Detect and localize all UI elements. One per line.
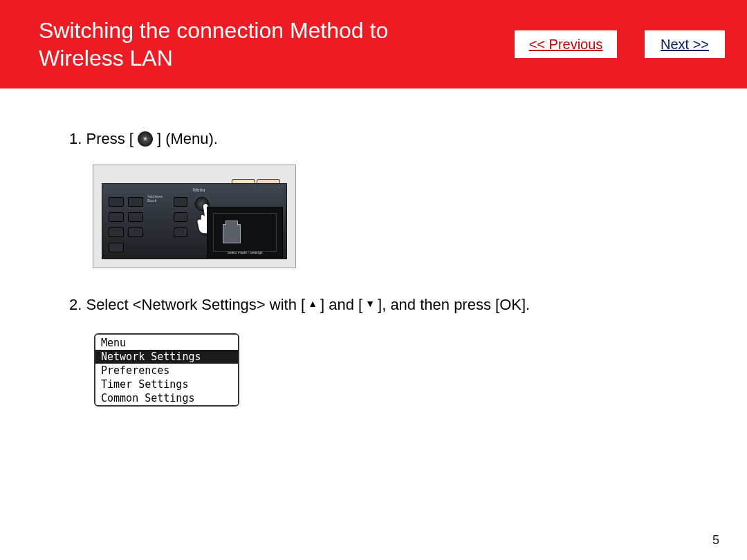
page-number: 5: [712, 533, 719, 548]
content-area: 1. Press [ ] (Menu). COPY FAX AddressBoo…: [0, 88, 747, 407]
panel-small-button: [174, 227, 187, 237]
down-arrow-icon: ▼: [365, 298, 375, 309]
panel-small-button: [128, 227, 143, 237]
panel-small-button: [174, 197, 187, 207]
previous-button[interactable]: << Previous: [515, 30, 617, 58]
lcd-menu-item: Preferences: [95, 364, 238, 377]
button-matrix-col-b: [128, 197, 143, 237]
step2-part-c: ], and then press [OK].: [378, 296, 530, 314]
control-panel-illustration: COPY FAX AddressBook Menu: [93, 165, 296, 268]
panel-side-buttons: [174, 197, 187, 237]
page-title: Switching the connection Method to Wirel…: [39, 17, 426, 72]
up-arrow-icon: ▲: [308, 298, 317, 309]
step1-prefix: 1. Press [: [69, 130, 133, 148]
panel-small-button: [109, 212, 124, 222]
panel-small-button: [109, 243, 124, 252]
step1-suffix: ] (Menu).: [157, 130, 218, 148]
step-2-text: 2. Select <Network Settings> with [ ▲ ] …: [69, 296, 678, 314]
header-bar: Switching the connection Method to Wirel…: [0, 0, 747, 88]
lcd-menu-item: Network Settings: [95, 350, 238, 364]
printer-icon: [223, 224, 241, 243]
lcd-menu-illustration: Menu Network Settings Preferences Timer …: [94, 333, 239, 407]
step-1-text: 1. Press [ ] (Menu).: [69, 130, 678, 148]
button-matrix-col-a: [109, 197, 124, 252]
panel-small-button: [128, 212, 143, 222]
step2-part-a: 2. Select <Network Settings> with [: [69, 296, 305, 314]
menu-button-icon: [138, 131, 153, 147]
next-button[interactable]: Next >>: [645, 30, 725, 58]
step2-part-b: ] and [: [320, 296, 362, 314]
panel-menu-label: Menu: [193, 187, 205, 192]
lcd-menu-item: Common Settings: [95, 391, 238, 405]
panel-small-button: [128, 197, 143, 207]
lcd-menu-item: Timer Settings: [95, 377, 238, 391]
panel-small-button: [109, 227, 124, 237]
nav-buttons: << Previous Next >>: [515, 30, 725, 58]
panel-screen-caption: Select Paper / Settings: [208, 250, 282, 254]
panel-small-button: [109, 197, 124, 207]
panel-label-column: AddressBook: [147, 194, 163, 203]
lcd-title: Menu: [95, 335, 238, 350]
panel-tiny-label: AddressBook: [147, 194, 163, 203]
panel-small-button: [174, 212, 187, 222]
panel-lcd-window: Select Paper / Settings: [207, 207, 283, 258]
